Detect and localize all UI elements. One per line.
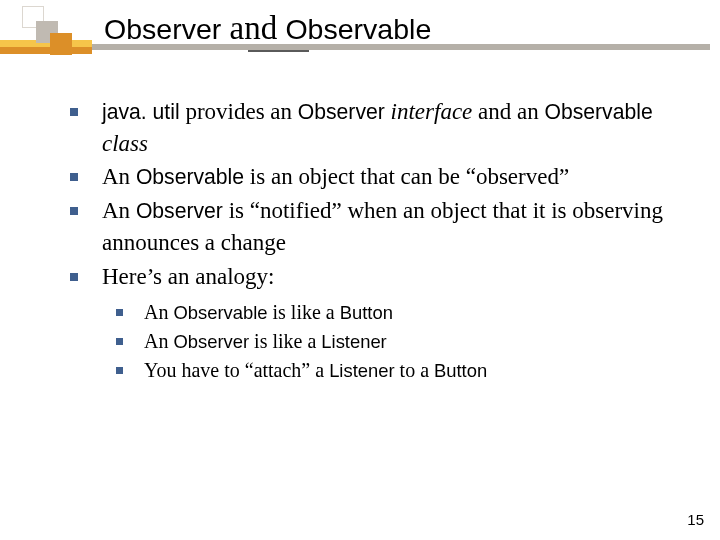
title-and: and	[221, 10, 285, 46]
text-code: Observer	[173, 331, 249, 352]
list-item: An Observer is “notified” when an object…	[60, 195, 680, 258]
text-plain: An	[144, 330, 173, 352]
text-code: Button	[340, 302, 393, 323]
bullet-icon	[70, 207, 78, 215]
text-code: Observable	[544, 100, 652, 123]
text-plain: and an	[472, 99, 544, 124]
text-plain: You have to “attach” a	[144, 359, 329, 381]
text-italic: class	[102, 131, 148, 156]
slide-body: java. util provides an Observer interfac…	[60, 96, 680, 385]
page-number: 15	[687, 511, 704, 528]
list-item: An Observer is like a Listener	[110, 327, 680, 356]
slide-title: Observer and Observable	[104, 10, 431, 47]
bullet-icon	[116, 309, 123, 316]
list-item: An Observable is an object that can be “…	[60, 161, 680, 193]
bullet-icon	[70, 273, 78, 281]
title-word-1: Observer	[104, 13, 221, 45]
bullet-icon	[116, 367, 123, 374]
text-code: Observable	[136, 165, 244, 188]
text-code: Listener	[321, 331, 386, 352]
text-code: Observer	[136, 199, 223, 222]
sub-list: An Observable is like a Button An Observ…	[110, 298, 680, 385]
text-plain: is like a	[249, 330, 321, 352]
text-plain: is like a	[268, 301, 340, 323]
deco-square-orange	[50, 33, 72, 55]
list-item: You have to “attach” a Listener to a But…	[110, 356, 680, 385]
text-plain: An	[144, 301, 173, 323]
title-underline-and	[248, 50, 309, 52]
text-plain: An	[102, 164, 136, 189]
text-code: Observable	[173, 302, 267, 323]
text-italic: interface	[385, 99, 473, 124]
bullet-icon	[116, 338, 123, 345]
text-plain: An	[102, 198, 136, 223]
bullet-icon	[70, 173, 78, 181]
text-code: Observer	[298, 100, 385, 123]
text-plain: provides an	[180, 99, 298, 124]
text-plain: Here’s an analogy:	[102, 264, 274, 289]
text-code: Listener	[329, 360, 394, 381]
text-plain: is an object that can be “observed”	[244, 164, 569, 189]
bullet-icon	[70, 108, 78, 116]
title-word-2: Observable	[285, 13, 431, 45]
deco-bar-orange	[0, 47, 92, 54]
text-plain: to a	[395, 359, 434, 381]
text-code: Button	[434, 360, 487, 381]
text-code: java. util	[102, 100, 180, 123]
list-item: An Observable is like a Button	[110, 298, 680, 327]
list-item: java. util provides an Observer interfac…	[60, 96, 680, 159]
list-item: Here’s an analogy:	[60, 261, 680, 293]
